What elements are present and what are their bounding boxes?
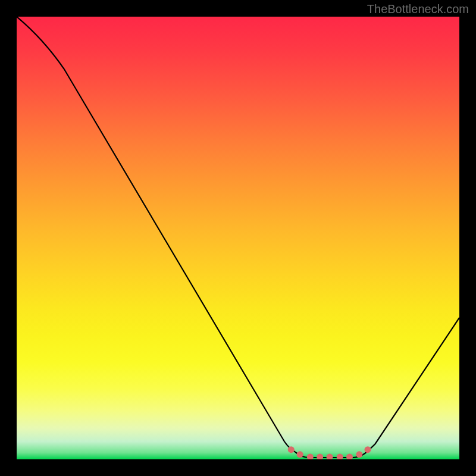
chart-plot-area bbox=[17, 17, 459, 459]
highlight-markers bbox=[288, 446, 371, 459]
chart-svg bbox=[17, 17, 459, 459]
highlight-marker bbox=[346, 453, 353, 459]
highlight-marker bbox=[337, 453, 343, 459]
highlight-marker bbox=[356, 451, 362, 458]
highlight-marker bbox=[327, 453, 333, 459]
highlight-marker bbox=[297, 451, 303, 458]
watermark-text: TheBottleneck.com bbox=[367, 2, 469, 16]
highlight-marker bbox=[364, 446, 371, 453]
highlight-marker bbox=[317, 453, 323, 459]
curve-line bbox=[17, 17, 459, 458]
highlight-marker bbox=[307, 453, 314, 459]
highlight-marker bbox=[288, 446, 295, 453]
